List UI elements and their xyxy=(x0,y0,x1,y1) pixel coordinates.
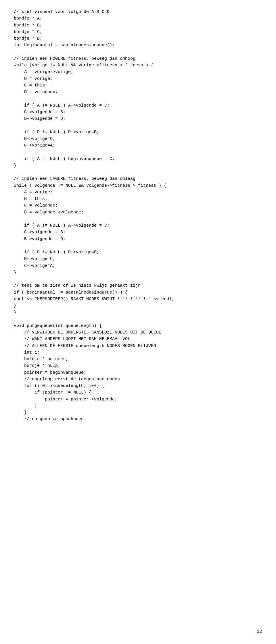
code-content: // stel visueel voor volgorde A=B=C=D bo… xyxy=(14,9,262,423)
page-number: 12 xyxy=(257,628,262,635)
